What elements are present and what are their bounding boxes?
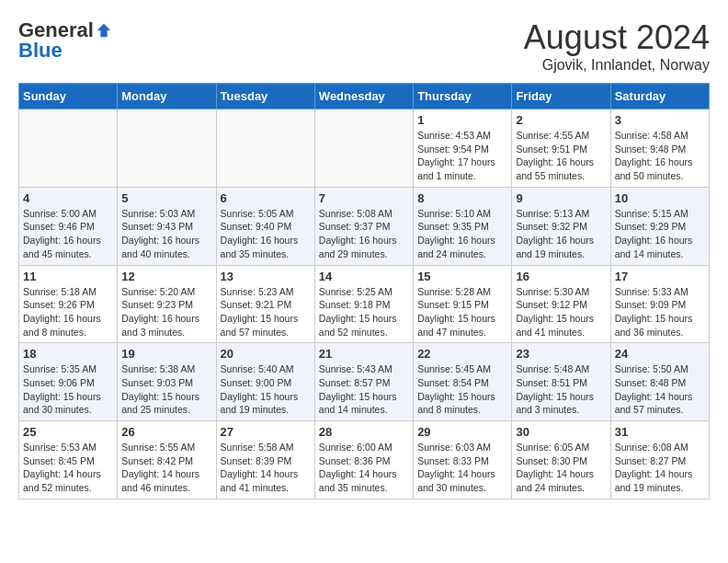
day-info: Sunrise: 6:08 AM Sunset: 8:27 PM Dayligh… xyxy=(615,441,705,495)
day-info: Sunrise: 5:08 AM Sunset: 9:37 PM Dayligh… xyxy=(319,207,409,261)
day-number: 3 xyxy=(615,113,705,127)
day-info: Sunrise: 5:10 AM Sunset: 9:35 PM Dayligh… xyxy=(417,207,507,261)
day-of-week-header: Wednesday xyxy=(314,84,413,109)
day-number: 13 xyxy=(221,270,311,283)
day-info: Sunrise: 5:15 AM Sunset: 9:29 PM Dayligh… xyxy=(615,207,705,261)
day-number: 14 xyxy=(319,270,409,283)
day-number: 11 xyxy=(23,270,113,283)
calendar-cell xyxy=(216,109,314,188)
calendar-cell: 30Sunrise: 6:05 AM Sunset: 8:30 PM Dayli… xyxy=(512,421,610,500)
calendar-table: SundayMondayTuesdayWednesdayThursdayFrid… xyxy=(18,83,710,500)
logo: General Blue xyxy=(18,18,112,63)
day-info: Sunrise: 6:05 AM Sunset: 8:30 PM Dayligh… xyxy=(516,441,606,495)
calendar-cell: 14Sunrise: 5:25 AM Sunset: 9:18 PM Dayli… xyxy=(314,265,413,343)
day-info: Sunrise: 4:58 AM Sunset: 9:48 PM Dayligh… xyxy=(615,129,705,183)
day-info: Sunrise: 6:00 AM Sunset: 8:36 PM Dayligh… xyxy=(319,441,409,495)
calendar-cell: 12Sunrise: 5:20 AM Sunset: 9:23 PM Dayli… xyxy=(118,265,216,343)
calendar-week-row: 18Sunrise: 5:35 AM Sunset: 9:06 PM Dayli… xyxy=(19,343,710,421)
logo-blue: Blue xyxy=(18,39,63,63)
calendar-cell: 18Sunrise: 5:35 AM Sunset: 9:06 PM Dayli… xyxy=(19,343,118,421)
calendar-cell xyxy=(118,109,216,188)
day-number: 20 xyxy=(221,347,311,361)
svg-marker-0 xyxy=(97,24,110,37)
calendar-cell: 19Sunrise: 5:38 AM Sunset: 9:03 PM Dayli… xyxy=(118,343,216,421)
day-of-week-header: Friday xyxy=(512,84,610,109)
calendar-cell: 26Sunrise: 5:55 AM Sunset: 8:42 PM Dayli… xyxy=(118,421,216,500)
calendar-cell: 27Sunrise: 5:58 AM Sunset: 8:39 PM Dayli… xyxy=(216,421,314,500)
day-info: Sunrise: 4:53 AM Sunset: 9:54 PM Dayligh… xyxy=(417,129,507,183)
calendar-cell: 25Sunrise: 5:53 AM Sunset: 8:45 PM Dayli… xyxy=(19,421,118,500)
calendar-cell xyxy=(19,109,118,188)
calendar-cell: 6Sunrise: 5:05 AM Sunset: 9:40 PM Daylig… xyxy=(216,187,314,265)
calendar-cell: 1Sunrise: 4:53 AM Sunset: 9:54 PM Daylig… xyxy=(414,109,512,188)
calendar-cell: 11Sunrise: 5:18 AM Sunset: 9:26 PM Dayli… xyxy=(19,265,118,343)
day-number: 18 xyxy=(23,347,113,361)
day-number: 8 xyxy=(417,191,507,205)
day-info: Sunrise: 4:55 AM Sunset: 9:51 PM Dayligh… xyxy=(516,129,606,183)
page-header: General Blue August 2024 Gjovik, Innland… xyxy=(18,18,710,74)
calendar-cell: 5Sunrise: 5:03 AM Sunset: 9:43 PM Daylig… xyxy=(118,187,216,265)
day-info: Sunrise: 5:48 AM Sunset: 8:51 PM Dayligh… xyxy=(516,362,606,417)
day-info: Sunrise: 5:38 AM Sunset: 9:03 PM Dayligh… xyxy=(121,362,211,417)
day-number: 22 xyxy=(417,347,507,361)
day-number: 2 xyxy=(516,113,606,127)
day-info: Sunrise: 5:05 AM Sunset: 9:40 PM Dayligh… xyxy=(221,207,311,261)
calendar-cell: 16Sunrise: 5:30 AM Sunset: 9:12 PM Dayli… xyxy=(512,265,610,343)
day-info: Sunrise: 5:20 AM Sunset: 9:23 PM Dayligh… xyxy=(121,285,211,339)
calendar-cell: 17Sunrise: 5:33 AM Sunset: 9:09 PM Dayli… xyxy=(610,265,709,343)
day-number: 27 xyxy=(221,425,311,439)
day-info: Sunrise: 5:35 AM Sunset: 9:06 PM Dayligh… xyxy=(23,362,113,417)
day-of-week-header: Sunday xyxy=(19,84,118,109)
month-title: August 2024 xyxy=(524,18,710,57)
day-number: 4 xyxy=(23,191,113,205)
calendar-week-row: 25Sunrise: 5:53 AM Sunset: 8:45 PM Dayli… xyxy=(19,421,710,500)
day-number: 17 xyxy=(615,270,705,283)
day-info: Sunrise: 5:23 AM Sunset: 9:21 PM Dayligh… xyxy=(221,285,311,339)
day-number: 24 xyxy=(615,347,705,361)
day-number: 26 xyxy=(121,425,211,439)
day-info: Sunrise: 5:33 AM Sunset: 9:09 PM Dayligh… xyxy=(615,285,705,339)
day-info: Sunrise: 5:00 AM Sunset: 9:46 PM Dayligh… xyxy=(23,207,113,261)
calendar-cell: 23Sunrise: 5:48 AM Sunset: 8:51 PM Dayli… xyxy=(512,343,610,421)
day-info: Sunrise: 5:53 AM Sunset: 8:45 PM Dayligh… xyxy=(23,441,113,495)
title-block: August 2024 Gjovik, Innlandet, Norway xyxy=(524,18,710,74)
calendar-cell: 31Sunrise: 6:08 AM Sunset: 8:27 PM Dayli… xyxy=(610,421,709,500)
day-number: 29 xyxy=(417,425,507,439)
calendar-cell: 8Sunrise: 5:10 AM Sunset: 9:35 PM Daylig… xyxy=(414,187,512,265)
calendar-cell: 2Sunrise: 4:55 AM Sunset: 9:51 PM Daylig… xyxy=(512,109,610,188)
day-info: Sunrise: 5:18 AM Sunset: 9:26 PM Dayligh… xyxy=(23,285,113,339)
day-info: Sunrise: 5:50 AM Sunset: 8:48 PM Dayligh… xyxy=(615,362,705,417)
calendar-cell: 15Sunrise: 5:28 AM Sunset: 9:15 PM Dayli… xyxy=(414,265,512,343)
day-info: Sunrise: 6:03 AM Sunset: 8:33 PM Dayligh… xyxy=(417,441,507,495)
day-of-week-header: Saturday xyxy=(610,84,709,109)
calendar-cell: 7Sunrise: 5:08 AM Sunset: 9:37 PM Daylig… xyxy=(314,187,413,265)
calendar-cell: 24Sunrise: 5:50 AM Sunset: 8:48 PM Dayli… xyxy=(610,343,709,421)
calendar-cell: 20Sunrise: 5:40 AM Sunset: 9:00 PM Dayli… xyxy=(216,343,314,421)
calendar-week-row: 11Sunrise: 5:18 AM Sunset: 9:26 PM Dayli… xyxy=(19,265,710,343)
day-number: 31 xyxy=(615,425,705,439)
calendar-week-row: 4Sunrise: 5:00 AM Sunset: 9:46 PM Daylig… xyxy=(19,187,710,265)
calendar-cell: 22Sunrise: 5:45 AM Sunset: 8:54 PM Dayli… xyxy=(414,343,512,421)
calendar-header-row: SundayMondayTuesdayWednesdayThursdayFrid… xyxy=(19,84,710,109)
day-number: 19 xyxy=(121,347,211,361)
day-number: 15 xyxy=(417,270,507,283)
day-number: 7 xyxy=(319,191,409,205)
day-info: Sunrise: 5:45 AM Sunset: 8:54 PM Dayligh… xyxy=(417,362,507,417)
day-number: 6 xyxy=(221,191,311,205)
day-number: 21 xyxy=(319,347,409,361)
day-number: 12 xyxy=(121,270,211,283)
day-info: Sunrise: 5:40 AM Sunset: 9:00 PM Dayligh… xyxy=(221,362,311,417)
day-of-week-header: Tuesday xyxy=(216,84,314,109)
day-number: 23 xyxy=(516,347,606,361)
day-info: Sunrise: 5:28 AM Sunset: 9:15 PM Dayligh… xyxy=(417,285,507,339)
calendar-cell: 13Sunrise: 5:23 AM Sunset: 9:21 PM Dayli… xyxy=(216,265,314,343)
day-info: Sunrise: 5:13 AM Sunset: 9:32 PM Dayligh… xyxy=(516,207,606,261)
calendar-cell: 9Sunrise: 5:13 AM Sunset: 9:32 PM Daylig… xyxy=(512,187,610,265)
calendar-cell xyxy=(314,109,413,188)
day-info: Sunrise: 5:43 AM Sunset: 8:57 PM Dayligh… xyxy=(319,362,409,417)
calendar-cell: 10Sunrise: 5:15 AM Sunset: 9:29 PM Dayli… xyxy=(610,187,709,265)
day-number: 28 xyxy=(319,425,409,439)
day-of-week-header: Monday xyxy=(118,84,216,109)
logo-icon xyxy=(96,22,112,39)
day-number: 5 xyxy=(121,191,211,205)
